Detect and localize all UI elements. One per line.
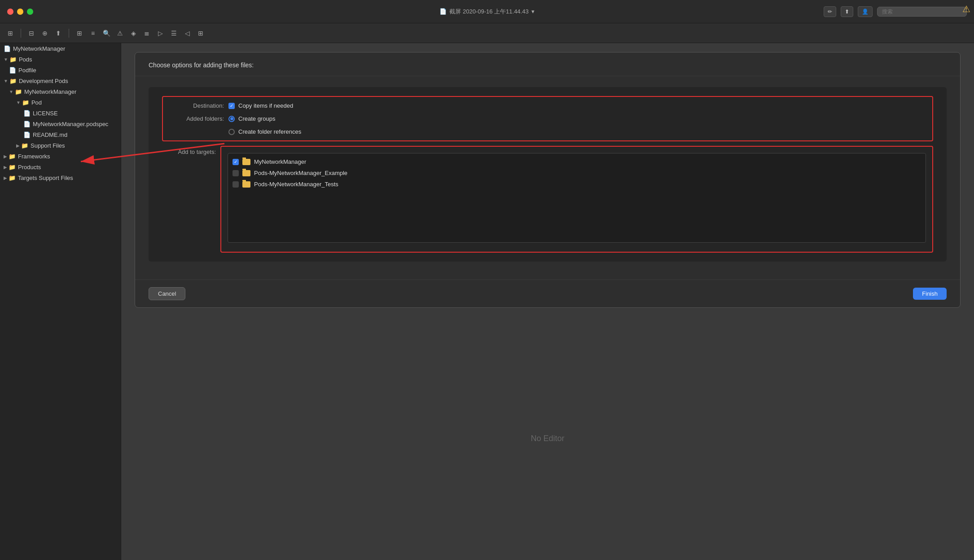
minimize-button[interactable] <box>17 9 23 15</box>
sidebar-item-label: Podfile <box>18 67 36 74</box>
disclosure-icon: ▶ <box>4 175 7 180</box>
target-folder-icon-3 <box>242 181 250 188</box>
toolbar: ⊞ ⊟ ⊕ ⬆ ⊞ ≡ 🔍 ⚠ ◈ ≣ ▷ ☰ ◁ ⊞ <box>0 23 974 43</box>
sidebar-item-pods[interactable]: ▼ 📁 Pods <box>0 54 121 65</box>
sidebar-item-label: MyNetworkManager <box>24 88 76 95</box>
structure-icon[interactable]: ⊞ <box>75 28 84 38</box>
options-panel: Destination: ✓ Copy items if needed Adde… <box>149 87 947 262</box>
destination-options-box: Destination: ✓ Copy items if needed Adde… <box>162 96 933 141</box>
file-icon: 📄 <box>4 45 11 52</box>
table-icon[interactable]: ≣ <box>142 28 152 38</box>
back-icon[interactable]: ◁ <box>182 28 192 38</box>
search-icon[interactable]: 🔍 <box>101 28 111 38</box>
target-name-2: Pods-MyNetworkManager_Example <box>254 170 347 176</box>
destination-label: Destination: <box>170 102 224 109</box>
targets-section: Add to targets: ✓ MyNetworkManager <box>162 146 933 253</box>
disclosure-icon: ▼ <box>4 79 8 83</box>
file-icon: 📄 <box>23 131 31 138</box>
dialog-container: Choose options for adding these files: D… <box>121 43 974 317</box>
sidebar-item-products[interactable]: ▶ 📁 Products <box>0 162 121 172</box>
sidebar-item-label: MyNetworkManager <box>13 45 65 52</box>
targets-panel: ✓ MyNetworkManager Pods- <box>228 153 926 243</box>
sidebar-item-frameworks[interactable]: ▶ 📁 Frameworks <box>0 151 121 162</box>
zoom-out-icon[interactable]: ⊟ <box>26 28 36 38</box>
folder-icon: 📁 <box>9 164 16 171</box>
sidebar-item-label: Products <box>18 164 41 171</box>
cancel-button[interactable]: Cancel <box>149 287 185 300</box>
document-icon: 📄 <box>439 8 447 15</box>
sidebar-item-label: Development Pods <box>19 78 68 84</box>
disclosure-icon: ▼ <box>9 89 13 94</box>
dialog-body: Destination: ✓ Copy items if needed Adde… <box>135 76 960 280</box>
folder-references-radio[interactable] <box>228 129 235 135</box>
corner-warning-icon: ⚠ <box>962 4 970 14</box>
sidebar-item-mynetworkmanager[interactable]: 📄 MyNetworkManager <box>0 43 121 54</box>
dialog-footer: Cancel Finish <box>135 280 960 307</box>
folder-refs-control: Create folder references <box>228 128 301 135</box>
list-icon[interactable]: ☰ <box>169 28 179 38</box>
share-button[interactable]: ⬆ <box>841 6 853 17</box>
sidebar-item-license[interactable]: 📄 LICENSE <box>0 108 121 118</box>
arrow-icon[interactable]: ▷ <box>155 28 165 38</box>
disclosure-icon: ▼ <box>16 100 21 105</box>
shape-icon[interactable]: ◈ <box>128 28 138 38</box>
maximize-button[interactable] <box>27 9 33 15</box>
target-row-mynetworkmanager[interactable]: ✓ MyNetworkManager <box>228 156 926 167</box>
dialog-header: Choose options for adding these files: <box>135 52 960 76</box>
sidebar-item-targets-support[interactable]: ▶ 📁 Targets Support Files <box>0 172 121 183</box>
grid-icon[interactable]: ⊞ <box>196 28 206 38</box>
zoom-in-icon[interactable]: ⊕ <box>40 28 50 38</box>
target-row-pods-tests[interactable]: Pods-MyNetworkManager_Tests <box>228 179 926 190</box>
sidebar-item-label: MyNetworkManager.podspec <box>33 121 108 127</box>
sidebar-item-readme[interactable]: 📄 README.md <box>0 129 121 140</box>
main-layout: 📄 MyNetworkManager ▼ 📁 Pods 📄 Podfile ▼ … <box>0 43 974 560</box>
close-button[interactable] <box>7 9 13 15</box>
folder-references-text: Create folder references <box>238 128 301 135</box>
create-groups-radio[interactable] <box>228 116 235 122</box>
sidebar-item-support-files[interactable]: ▶ 📁 Support Files <box>0 140 121 151</box>
target-checkbox-pods-example[interactable] <box>233 170 239 176</box>
sidebar-item-label: Frameworks <box>18 153 50 160</box>
sidebar-item-mynetworkmanager-dev[interactable]: ▼ 📁 MyNetworkManager <box>0 86 121 97</box>
export-icon[interactable]: ⬆ <box>53 28 63 38</box>
targets-list-container: ✓ MyNetworkManager Pods- <box>220 146 933 253</box>
warning-icon[interactable]: ⚠ <box>115 28 125 38</box>
disclosure-icon: ▶ <box>4 165 7 170</box>
person-button[interactable]: 👤 <box>858 6 873 17</box>
targets-box: ✓ MyNetworkManager Pods- <box>220 146 933 253</box>
create-groups-text: Create groups <box>238 115 275 122</box>
sidebar-item-development-pods[interactable]: ▼ 📁 Development Pods <box>0 75 121 86</box>
target-folder-icon <box>242 159 250 165</box>
copy-items-checkbox[interactable]: ✓ <box>228 103 235 109</box>
disclosure-icon: ▶ <box>16 143 20 148</box>
target-name: MyNetworkManager <box>254 158 306 165</box>
target-row-pods-example[interactable]: Pods-MyNetworkManager_Example <box>228 167 926 179</box>
pen-tool-button[interactable]: ✏ <box>824 6 836 17</box>
finish-button[interactable]: Finish <box>913 288 947 300</box>
dialog-title: Choose options for adding these files: <box>149 61 254 69</box>
sidebar-item-podspec[interactable]: 📄 MyNetworkManager.podspec <box>0 118 121 129</box>
target-checkbox-mynetworkmanager[interactable]: ✓ <box>233 159 239 165</box>
sidebar-item-pod[interactable]: ▼ 📁 Pod <box>0 97 121 108</box>
target-checkbox-pods-tests[interactable] <box>233 181 239 188</box>
destination-control: ✓ Copy items if needed <box>228 102 293 109</box>
no-editor-text: No Editor <box>531 434 564 443</box>
search-input[interactable] <box>877 7 967 17</box>
sidebar-item-label: Support Files <box>31 142 65 149</box>
podfile-icon: 📄 <box>9 67 16 74</box>
dialog: Choose options for adding these files: D… <box>135 52 961 308</box>
hierarchy-icon[interactable]: ≡ <box>88 28 98 38</box>
titlebar-right: ✏ ⬆ 👤 <box>824 6 967 17</box>
toolbar-separator-2 <box>69 29 69 38</box>
chevron-down-icon: ▾ <box>531 8 535 15</box>
destination-row: Destination: ✓ Copy items if needed <box>170 102 925 109</box>
sidebar-item-podfile[interactable]: 📄 Podfile <box>0 65 121 75</box>
create-groups-control: Create groups <box>228 115 275 122</box>
bottom-area: No Editor <box>121 317 974 560</box>
disclosure-icon: ▶ <box>4 154 7 159</box>
target-name-3: Pods-MyNetworkManager_Tests <box>254 181 338 188</box>
layout-icon[interactable]: ⊞ <box>5 28 15 38</box>
folder-icon: 📁 <box>15 88 22 95</box>
file-icon: 📄 <box>23 110 31 117</box>
sidebar-item-label: Pod <box>31 99 42 106</box>
